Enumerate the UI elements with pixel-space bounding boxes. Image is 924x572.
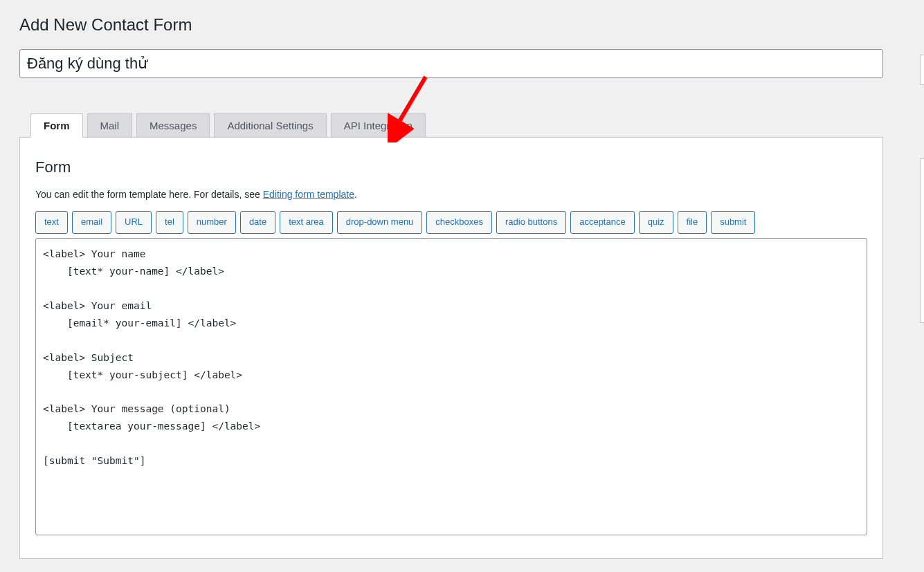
tag-button-quiz[interactable]: quiz <box>639 211 673 234</box>
tag-button-checkboxes[interactable]: checkboxes <box>426 211 492 234</box>
tag-button-email[interactable]: email <box>72 211 111 234</box>
form-template-editor[interactable] <box>35 238 867 535</box>
desc-prefix: You can edit the form template here. For… <box>35 189 263 200</box>
tag-generator-buttons: textemailURLtelnumberdatetext areadrop-d… <box>35 211 867 234</box>
form-panel: Form You can edit the form template here… <box>19 137 883 559</box>
tag-button-tel[interactable]: tel <box>156 211 183 234</box>
editing-form-template-link[interactable]: Editing form template <box>263 189 354 200</box>
tag-button-radio-buttons[interactable]: radio buttons <box>496 211 566 234</box>
panel-heading: Form <box>35 158 867 176</box>
tab-additional-settings[interactable]: Additional Settings <box>214 113 326 138</box>
panel-description: You can edit the form template here. For… <box>35 189 867 200</box>
right-edge-panel-1 <box>920 55 924 85</box>
tab-form[interactable]: Form <box>30 113 83 138</box>
tabs-list: FormMailMessagesAdditional SettingsAPI I… <box>30 113 905 137</box>
tag-button-drop-down-menu[interactable]: drop-down menu <box>337 211 423 234</box>
form-title-input[interactable] <box>19 49 883 78</box>
tab-api-integration[interactable]: API Integration <box>331 113 426 138</box>
tag-button-file[interactable]: file <box>678 211 707 234</box>
tag-button-date[interactable]: date <box>240 211 275 234</box>
page-title: Add New Contact Form <box>19 14 905 35</box>
tab-mail[interactable]: Mail <box>87 113 133 138</box>
tag-button-submit[interactable]: submit <box>711 211 755 234</box>
tab-messages[interactable]: Messages <box>136 113 210 138</box>
form-title-wrap <box>19 49 905 78</box>
tag-button-text[interactable]: text <box>35 211 68 234</box>
desc-suffix: . <box>354 189 357 200</box>
tag-button-text-area[interactable]: text area <box>280 211 333 234</box>
right-edge-panel-2 <box>920 158 924 323</box>
tag-button-url[interactable]: URL <box>116 211 152 234</box>
tag-button-number[interactable]: number <box>188 211 236 234</box>
tag-button-acceptance[interactable]: acceptance <box>570 211 635 234</box>
